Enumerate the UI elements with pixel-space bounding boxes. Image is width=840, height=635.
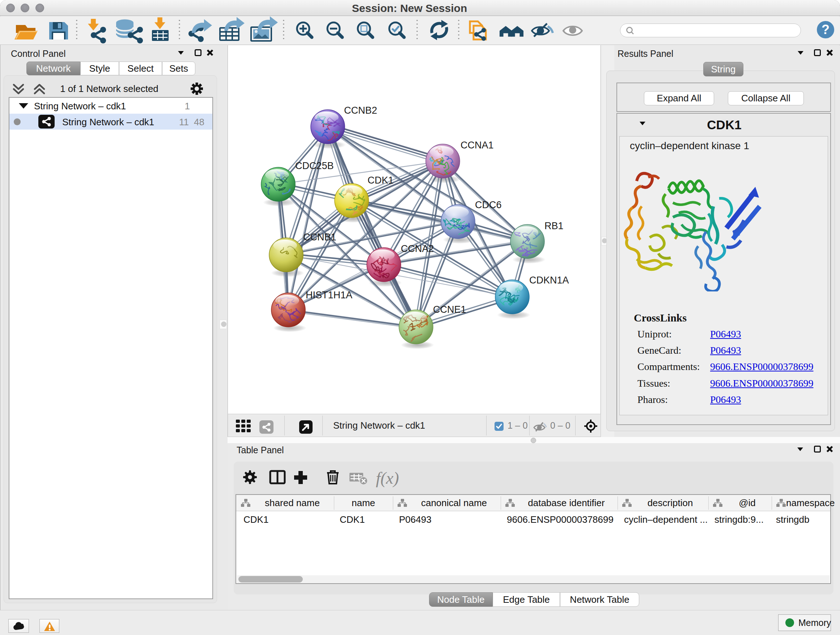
svg-text:CDK1: CDK1: [368, 175, 393, 186]
svg-text:CCNB1: CCNB1: [303, 232, 336, 242]
svg-text:CCNA1: CCNA1: [461, 140, 494, 150]
svg-text:f(x): f(x): [376, 469, 399, 487]
svg-text:CDKN1A: CDKN1A: [529, 275, 569, 286]
svg-text:CDC25B: CDC25B: [295, 160, 334, 171]
svg-text:HIST1H1A: HIST1H1A: [306, 290, 352, 301]
svg-text:CCNB2: CCNB2: [344, 105, 377, 116]
svg-text:CCNE1: CCNE1: [433, 304, 466, 315]
svg-text:CCNA2: CCNA2: [401, 243, 434, 254]
svg-text:?: ?: [821, 22, 829, 37]
svg-text:RB1: RB1: [545, 220, 564, 231]
svg-text:CDC6: CDC6: [475, 200, 502, 211]
